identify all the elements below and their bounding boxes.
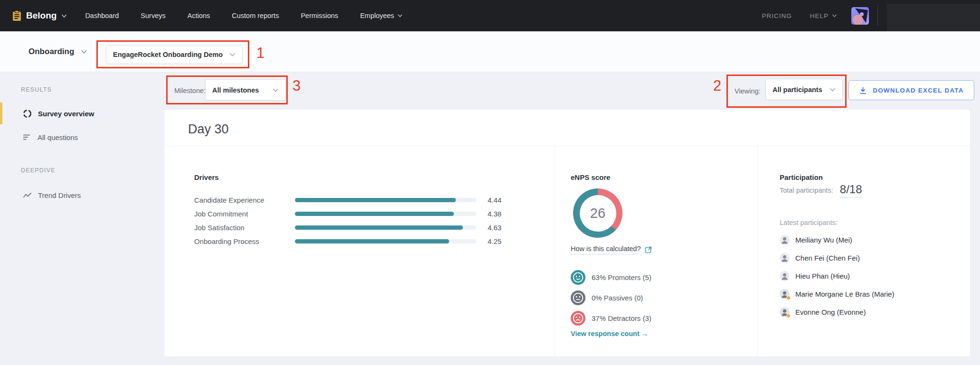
- divider: [757, 146, 758, 356]
- person-avatar-icon: [780, 235, 790, 245]
- how-calculated-label: How is this calculated?: [571, 245, 641, 254]
- view-response-count-link[interactable]: View response count →: [571, 330, 648, 337]
- total-participants-value[interactable]: 8/18: [840, 183, 862, 197]
- user-menu-redacted[interactable]: [887, 4, 980, 31]
- nav-item-pricing[interactable]: PRICING: [762, 12, 792, 19]
- driver-label: Onboarding Process: [194, 237, 295, 245]
- divider: [555, 146, 555, 356]
- milestone-select[interactable]: All milestones: [205, 79, 286, 101]
- participant-row: Hieu Phan (Hieu): [780, 270, 850, 282]
- survey-select[interactable]: EngageRocket Onboarding Demo: [106, 45, 243, 64]
- promoters-row: 63% Promoters (5): [571, 270, 651, 284]
- nav-item-help[interactable]: HELP: [810, 12, 837, 19]
- participant-badge: [786, 314, 791, 318]
- chevron-down-icon: [829, 87, 836, 92]
- app-logo-shape: [851, 7, 869, 25]
- download-icon: [859, 86, 867, 94]
- nav-items: Dashboard Surveys Actions Custom reports…: [85, 12, 403, 19]
- list-lines-icon: [23, 133, 31, 141]
- download-excel-button[interactable]: DOWNLOAD EXCEL DATA: [848, 80, 974, 100]
- nav-item-permissions[interactable]: Permissions: [301, 12, 338, 19]
- participant-name: Hieu Phan (Hieu): [795, 272, 850, 280]
- enps-score-value: 26: [590, 206, 605, 221]
- milestone-title: Day 30: [188, 122, 229, 137]
- brand-label: Belong: [26, 10, 57, 21]
- chevron-down-icon: [397, 14, 403, 18]
- nav-item-surveys[interactable]: Surveys: [141, 12, 165, 19]
- driver-label: Job Satisfaction: [194, 224, 295, 232]
- sidebar-item-all-questions[interactable]: All questions: [23, 130, 78, 144]
- sidebar-section-results: RESULTS: [21, 86, 52, 93]
- total-participants-label: Total participants:: [780, 187, 833, 194]
- driver-row: Candidate Experience 4.44: [194, 193, 501, 206]
- viewing-label: Viewing:: [735, 87, 761, 95]
- app-logo-icon[interactable]: [851, 7, 869, 25]
- avatar: [780, 307, 790, 317]
- person-avatar-icon: [780, 253, 790, 263]
- nav-right: PRICING HELP: [762, 5, 878, 26]
- driver-bar-track: [295, 225, 476, 230]
- sidebar-item-label: Trend Drivers: [38, 191, 81, 199]
- passives-row: 0% Passives (0): [571, 290, 643, 305]
- driver-value: 4.38: [488, 210, 501, 218]
- nav-item-help-label: HELP: [810, 12, 829, 19]
- driver-bar-fill: [295, 239, 449, 243]
- driver-row: Job Satisfaction 4.63: [194, 221, 501, 234]
- divider: [164, 146, 970, 146]
- avatar: [780, 235, 790, 245]
- sidebar-item-label: All questions: [38, 133, 78, 141]
- driver-row: Job Commitment 4.38: [194, 207, 501, 220]
- driver-bar-fill: [295, 225, 463, 230]
- participant-row: Chen Fei (Chen Fei): [780, 252, 860, 264]
- clipboard-icon: [12, 10, 21, 21]
- person-avatar-icon: [780, 271, 790, 281]
- nav-item-custom-reports[interactable]: Custom reports: [232, 12, 279, 19]
- driver-bar-track: [295, 212, 476, 216]
- nav-item-actions[interactable]: Actions: [188, 12, 210, 19]
- donut-chart-icon: [23, 109, 32, 118]
- detractor-frown-icon: [571, 311, 585, 326]
- participant-name: Chen Fei (Chen Fei): [795, 254, 860, 262]
- avatar: [780, 253, 790, 263]
- chevron-down-icon: [273, 88, 279, 93]
- nav-item-dashboard[interactable]: Dashboard: [85, 12, 119, 19]
- detractors-label: 37% Detractors (3): [592, 314, 651, 322]
- milestone-select-value: All milestones: [212, 86, 259, 94]
- sidebar-item-trend-drivers[interactable]: Trend Drivers: [23, 188, 81, 202]
- participant-row: Meiliany Wu (Mei): [780, 234, 852, 246]
- annotation-number-2: 2: [713, 77, 721, 94]
- driver-bar-track: [295, 198, 476, 202]
- participant-row: Marie Morgane Le Bras (Marie): [780, 288, 894, 300]
- survey-select-value: EngageRocket Onboarding Demo: [113, 51, 223, 58]
- brand-menu[interactable]: Belong: [12, 10, 67, 21]
- nav-item-employees[interactable]: Employees: [360, 12, 403, 19]
- enps-donut-chart: 26: [573, 188, 622, 238]
- how-calculated-link[interactable]: How is this calculated?: [571, 245, 652, 254]
- chevron-down-icon: [81, 49, 87, 54]
- passive-neutral-icon: [571, 290, 585, 305]
- passives-label: 0% Passives (0): [592, 294, 643, 302]
- promoters-label: 63% Promoters (5): [592, 273, 651, 281]
- promoter-smiley-icon: [571, 270, 585, 285]
- driver-row: Onboarding Process 4.25: [194, 234, 501, 248]
- participant-row: Evonne Ong (Evonne): [780, 306, 866, 318]
- participation-heading: Participation: [780, 173, 823, 181]
- trend-line-icon: [23, 192, 32, 199]
- sidebar-item-survey-overview[interactable]: Survey overview: [23, 106, 94, 121]
- chevron-down-icon: [832, 14, 837, 18]
- driver-bar-fill: [295, 212, 454, 216]
- latest-participants-label: Latest participants:: [780, 219, 838, 226]
- viewing-select[interactable]: All participants: [765, 79, 843, 100]
- chevron-down-icon: [61, 14, 67, 18]
- sidebar: RESULTS Survey overview All questions DE…: [0, 72, 164, 365]
- enps-heading: eNPS score: [571, 173, 610, 181]
- download-excel-label: DOWNLOAD EXCEL DATA: [873, 87, 964, 94]
- driver-bar-track: [295, 239, 476, 243]
- program-selector[interactable]: Onboarding: [28, 47, 87, 56]
- milestone-label: Milestone:: [174, 87, 206, 94]
- results-card: Day 30 Drivers Candidate Experience 4.44…: [164, 109, 971, 357]
- sidebar-item-label: Survey overview: [38, 110, 94, 118]
- nav-item-employees-label: Employees: [360, 12, 394, 19]
- program-label: Onboarding: [28, 47, 74, 56]
- avatar: [780, 289, 790, 299]
